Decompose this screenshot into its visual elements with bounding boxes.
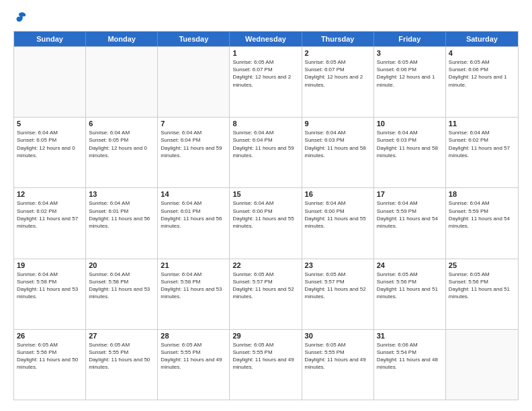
day-number: 9 bbox=[305, 120, 371, 128]
cell-info: Sunrise: 6:04 AM Sunset: 6:03 PM Dayligh… bbox=[305, 129, 371, 159]
day-number: 8 bbox=[232, 120, 298, 128]
page: SundayMondayTuesdayWednesdayThursdayFrid… bbox=[0, 0, 532, 411]
day-number: 20 bbox=[89, 261, 154, 269]
calendar-cell: 17Sunrise: 6:04 AM Sunset: 5:59 PM Dayli… bbox=[374, 188, 446, 258]
cell-info: Sunrise: 6:04 AM Sunset: 6:01 PM Dayligh… bbox=[89, 199, 154, 230]
calendar-header-cell: Monday bbox=[86, 32, 158, 46]
calendar-cell: 24Sunrise: 6:05 AM Sunset: 5:56 PM Dayli… bbox=[374, 259, 446, 329]
calendar-cell: 15Sunrise: 6:04 AM Sunset: 6:00 PM Dayli… bbox=[230, 188, 302, 258]
calendar-cell: 19Sunrise: 6:04 AM Sunset: 5:58 PM Dayli… bbox=[14, 259, 86, 329]
cell-info: Sunrise: 6:05 AM Sunset: 5:55 PM Dayligh… bbox=[89, 341, 154, 371]
cell-info: Sunrise: 6:04 AM Sunset: 6:02 PM Dayligh… bbox=[17, 199, 83, 230]
cell-info: Sunrise: 6:04 AM Sunset: 5:58 PM Dayligh… bbox=[17, 271, 83, 301]
calendar-cell: 4Sunrise: 6:05 AM Sunset: 6:06 PM Daylig… bbox=[446, 47, 518, 117]
calendar-cell: 2Sunrise: 6:05 AM Sunset: 6:07 PM Daylig… bbox=[302, 47, 374, 117]
calendar-cell: 10Sunrise: 6:04 AM Sunset: 6:03 PM Dayli… bbox=[374, 118, 446, 187]
calendar-cell: 12Sunrise: 6:04 AM Sunset: 6:02 PM Dayli… bbox=[14, 188, 86, 258]
calendar: SundayMondayTuesdayWednesdayThursdayFrid… bbox=[13, 31, 519, 400]
cell-info: Sunrise: 6:05 AM Sunset: 5:55 PM Dayligh… bbox=[161, 341, 226, 371]
cell-info: Sunrise: 6:04 AM Sunset: 6:01 PM Dayligh… bbox=[161, 199, 226, 230]
day-number: 30 bbox=[305, 332, 371, 340]
cell-info: Sunrise: 6:05 AM Sunset: 5:56 PM Dayligh… bbox=[449, 271, 515, 301]
calendar-cell: 29Sunrise: 6:05 AM Sunset: 5:55 PM Dayli… bbox=[230, 330, 302, 400]
calendar-cell: 5Sunrise: 6:04 AM Sunset: 6:05 PM Daylig… bbox=[14, 118, 86, 187]
logo-icon bbox=[13, 11, 27, 24]
cell-info: Sunrise: 6:05 AM Sunset: 6:06 PM Dayligh… bbox=[377, 58, 443, 89]
calendar-cell: 21Sunrise: 6:04 AM Sunset: 5:58 PM Dayli… bbox=[158, 259, 230, 329]
calendar-cell: 18Sunrise: 6:04 AM Sunset: 5:59 PM Dayli… bbox=[446, 188, 518, 258]
calendar-header-cell: Tuesday bbox=[158, 32, 230, 46]
calendar-cell: 11Sunrise: 6:04 AM Sunset: 6:02 PM Dayli… bbox=[446, 118, 518, 187]
day-number: 12 bbox=[17, 190, 83, 198]
cell-info: Sunrise: 6:05 AM Sunset: 6:07 PM Dayligh… bbox=[305, 58, 371, 89]
cell-info: Sunrise: 6:05 AM Sunset: 5:57 PM Dayligh… bbox=[305, 271, 371, 301]
calendar-header-cell: Thursday bbox=[302, 32, 374, 46]
calendar-cell: 8Sunrise: 6:04 AM Sunset: 6:04 PM Daylig… bbox=[230, 118, 302, 187]
calendar-cell: 27Sunrise: 6:05 AM Sunset: 5:55 PM Dayli… bbox=[86, 330, 158, 400]
day-number: 17 bbox=[377, 190, 443, 198]
calendar-cell: 28Sunrise: 6:05 AM Sunset: 5:55 PM Dayli… bbox=[158, 330, 230, 400]
cell-info: Sunrise: 6:05 AM Sunset: 6:06 PM Dayligh… bbox=[449, 58, 515, 89]
day-number: 21 bbox=[161, 261, 226, 269]
day-number: 29 bbox=[232, 332, 298, 340]
calendar-row: 12Sunrise: 6:04 AM Sunset: 6:02 PM Dayli… bbox=[14, 187, 518, 258]
calendar-cell: 6Sunrise: 6:04 AM Sunset: 6:05 PM Daylig… bbox=[86, 118, 158, 187]
cell-info: Sunrise: 6:05 AM Sunset: 5:57 PM Dayligh… bbox=[232, 271, 298, 301]
day-number: 24 bbox=[377, 261, 443, 269]
calendar-cell: 30Sunrise: 6:05 AM Sunset: 5:55 PM Dayli… bbox=[302, 330, 374, 400]
calendar-header-row: SundayMondayTuesdayWednesdayThursdayFrid… bbox=[14, 32, 518, 46]
cell-info: Sunrise: 6:04 AM Sunset: 6:05 PM Dayligh… bbox=[89, 129, 154, 159]
day-number: 25 bbox=[449, 261, 515, 269]
calendar-header-cell: Friday bbox=[374, 32, 446, 46]
calendar-cell: 23Sunrise: 6:05 AM Sunset: 5:57 PM Dayli… bbox=[302, 259, 374, 329]
day-number: 5 bbox=[17, 120, 83, 128]
cell-info: Sunrise: 6:04 AM Sunset: 5:58 PM Dayligh… bbox=[89, 271, 154, 301]
cell-info: Sunrise: 6:05 AM Sunset: 6:07 PM Dayligh… bbox=[232, 58, 298, 89]
cell-info: Sunrise: 6:05 AM Sunset: 5:56 PM Dayligh… bbox=[377, 271, 443, 301]
day-number: 19 bbox=[17, 261, 83, 269]
day-number: 2 bbox=[305, 49, 371, 57]
logo bbox=[13, 11, 30, 24]
calendar-header-cell: Sunday bbox=[14, 32, 86, 46]
day-number: 1 bbox=[232, 49, 298, 57]
day-number: 15 bbox=[232, 190, 298, 198]
cell-info: Sunrise: 6:04 AM Sunset: 5:58 PM Dayligh… bbox=[161, 271, 226, 301]
calendar-cell: 20Sunrise: 6:04 AM Sunset: 5:58 PM Dayli… bbox=[86, 259, 158, 329]
calendar-cell bbox=[446, 330, 518, 400]
calendar-row: 26Sunrise: 6:05 AM Sunset: 5:56 PM Dayli… bbox=[14, 329, 518, 400]
cell-info: Sunrise: 6:05 AM Sunset: 5:56 PM Dayligh… bbox=[17, 341, 83, 371]
calendar-cell: 25Sunrise: 6:05 AM Sunset: 5:56 PM Dayli… bbox=[446, 259, 518, 329]
calendar-cell: 7Sunrise: 6:04 AM Sunset: 6:04 PM Daylig… bbox=[158, 118, 230, 187]
calendar-cell bbox=[14, 47, 86, 117]
calendar-cell: 3Sunrise: 6:05 AM Sunset: 6:06 PM Daylig… bbox=[374, 47, 446, 117]
day-number: 4 bbox=[449, 49, 515, 57]
day-number: 18 bbox=[449, 190, 515, 198]
cell-info: Sunrise: 6:04 AM Sunset: 6:04 PM Dayligh… bbox=[232, 129, 298, 159]
cell-info: Sunrise: 6:05 AM Sunset: 5:55 PM Dayligh… bbox=[232, 341, 298, 371]
calendar-cell: 14Sunrise: 6:04 AM Sunset: 6:01 PM Dayli… bbox=[158, 188, 230, 258]
cell-info: Sunrise: 6:04 AM Sunset: 5:59 PM Dayligh… bbox=[377, 199, 443, 230]
calendar-cell: 22Sunrise: 6:05 AM Sunset: 5:57 PM Dayli… bbox=[230, 259, 302, 329]
day-number: 22 bbox=[232, 261, 298, 269]
calendar-cell: 16Sunrise: 6:04 AM Sunset: 6:00 PM Dayli… bbox=[302, 188, 374, 258]
day-number: 6 bbox=[89, 120, 154, 128]
calendar-row: 19Sunrise: 6:04 AM Sunset: 5:58 PM Dayli… bbox=[14, 259, 518, 329]
day-number: 10 bbox=[377, 120, 443, 128]
day-number: 7 bbox=[161, 120, 226, 128]
cell-info: Sunrise: 6:04 AM Sunset: 6:02 PM Dayligh… bbox=[449, 129, 515, 159]
day-number: 11 bbox=[449, 120, 515, 128]
cell-info: Sunrise: 6:05 AM Sunset: 5:55 PM Dayligh… bbox=[305, 341, 371, 371]
cell-info: Sunrise: 6:06 AM Sunset: 5:54 PM Dayligh… bbox=[377, 341, 443, 371]
cell-info: Sunrise: 6:04 AM Sunset: 6:00 PM Dayligh… bbox=[232, 199, 298, 230]
calendar-row: 1Sunrise: 6:05 AM Sunset: 6:07 PM Daylig… bbox=[14, 46, 518, 117]
calendar-cell: 31Sunrise: 6:06 AM Sunset: 5:54 PM Dayli… bbox=[374, 330, 446, 400]
day-number: 31 bbox=[377, 332, 443, 340]
cell-info: Sunrise: 6:04 AM Sunset: 6:00 PM Dayligh… bbox=[305, 199, 371, 230]
cell-info: Sunrise: 6:04 AM Sunset: 6:03 PM Dayligh… bbox=[377, 129, 443, 159]
day-number: 23 bbox=[305, 261, 371, 269]
day-number: 3 bbox=[377, 49, 443, 57]
calendar-cell bbox=[158, 47, 230, 117]
day-number: 13 bbox=[89, 190, 154, 198]
calendar-cell: 1Sunrise: 6:05 AM Sunset: 6:07 PM Daylig… bbox=[230, 47, 302, 117]
day-number: 26 bbox=[17, 332, 83, 340]
